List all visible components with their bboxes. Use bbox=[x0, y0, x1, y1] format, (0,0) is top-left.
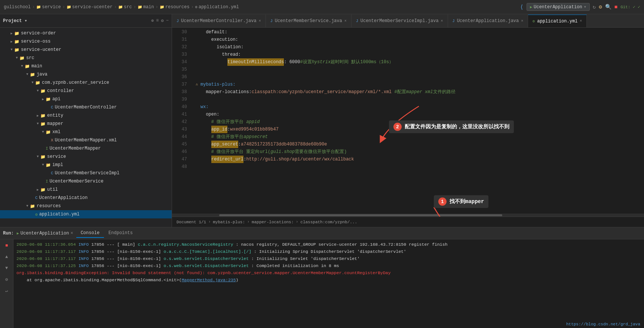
sidebar-item-java[interactable]: ▼ 📁 java bbox=[0, 70, 172, 79]
item-label: UcenterMemberMapper.xml bbox=[55, 138, 117, 143]
code-line-35 bbox=[193, 66, 644, 73]
locate-icon[interactable]: ⊕ bbox=[151, 18, 154, 24]
tab-UcenterMemberController[interactable]: J UcenterMemberController.java × bbox=[172, 15, 266, 27]
code-line-46: # 微信开放平台 重定向url(guli.shop需要在微信开放平台配置) bbox=[193, 148, 644, 156]
sidebar-item-service-order[interactable]: ▶ 📁 service-order bbox=[0, 29, 172, 37]
sidebar-item-resources[interactable]: ▼ 📁 resources bbox=[0, 202, 172, 210]
wrap-icon[interactable]: ↵ bbox=[3, 286, 11, 295]
tree-arrow-icon: ▼ bbox=[25, 73, 30, 76]
filter-icon[interactable]: ⚙ bbox=[3, 275, 11, 283]
run-body: ■ ▲ ▼ ⚙ ↵ 2020-06-08 11:17:36.054 INFO 1… bbox=[0, 239, 644, 328]
bc-service-ucenter[interactable]: 📁 service-ucenter bbox=[67, 4, 113, 10]
folder-icon: 📁 bbox=[30, 204, 35, 209]
yaml-file-icon: ⚙ bbox=[35, 212, 38, 217]
sidebar-item-UcenterMemberServiceImpl[interactable]: C UcenterMemberServiceImpl bbox=[0, 169, 172, 177]
horizontal-scrollbar[interactable] bbox=[172, 214, 644, 217]
sidebar-item-UcenterMemberMapper[interactable]: I UcenterMemberMapper bbox=[0, 144, 172, 153]
sidebar-item-mapper[interactable]: ▼ 📁 mapper bbox=[0, 120, 172, 128]
sidebar-item-UcenterMemberMapper-xml[interactable]: X UcenterMemberMapper.xml bbox=[0, 136, 172, 144]
sidebar-item-controller[interactable]: ▼ 📁 controller bbox=[0, 87, 172, 95]
sidebar-item-package[interactable]: ▼ 📁 com.yzpnb.ucenter_service bbox=[0, 79, 172, 87]
refresh-icon[interactable]: ↻ bbox=[593, 4, 596, 10]
log-link[interactable]: MapperMethod.java:235 bbox=[182, 278, 236, 282]
sidebar-item-entity[interactable]: ▶ 📁 entity bbox=[0, 111, 172, 120]
collapse-icon[interactable]: ≡ bbox=[156, 18, 159, 24]
run-app-close-icon[interactable]: × bbox=[70, 231, 73, 236]
tab-label: UcenterMemberServiceImpl.java bbox=[361, 18, 439, 24]
hide-icon[interactable]: − bbox=[166, 18, 169, 24]
line-numbers: 30 31 32 33 34 35 36 37 38 39 40 41 42 4… bbox=[172, 28, 190, 217]
run-tab-endpoints[interactable]: Endpoints bbox=[104, 229, 137, 238]
sidebar-item-util[interactable]: ▶ 📁 util bbox=[0, 186, 172, 194]
sidebar-item-service[interactable]: ▼ 📁 service bbox=[0, 153, 172, 161]
run-sidebar: ■ ▲ ▼ ⚙ ↵ bbox=[0, 239, 13, 328]
xml-icon: X bbox=[51, 138, 53, 142]
java-class-icon: C bbox=[35, 196, 38, 200]
build-icon[interactable]: ⚙ bbox=[599, 4, 602, 10]
sidebar-item-xml[interactable]: ▼ 📁 xml bbox=[0, 128, 172, 136]
item-label: service-order bbox=[21, 31, 56, 36]
run-header: Run: ▶ UcenterApplication × Console Endp… bbox=[0, 227, 644, 239]
bc-resources[interactable]: 📁 resources bbox=[160, 4, 190, 10]
item-label: UcenterMemberMapper bbox=[50, 146, 101, 151]
stop-run-icon[interactable]: ■ bbox=[3, 242, 11, 250]
tab-close-icon[interactable]: × bbox=[344, 19, 347, 23]
scroll-up-icon[interactable]: ▲ bbox=[3, 253, 11, 261]
bc-gulischool[interactable]: gulischool bbox=[4, 4, 31, 10]
debug-icon[interactable]: 🔍 bbox=[605, 4, 611, 10]
bc-ucenter-label: service-ucenter bbox=[72, 4, 113, 10]
bc-main[interactable]: 📁 main bbox=[138, 4, 154, 10]
folder-icon: 📁 bbox=[30, 72, 35, 77]
tab-UcenterMemberService[interactable]: J UcenterMemberService.java × bbox=[266, 15, 352, 27]
bc-src[interactable]: 📁 src bbox=[118, 4, 132, 10]
scrollbar-thumb bbox=[219, 214, 502, 216]
settings-icon[interactable]: ⚙ bbox=[161, 18, 164, 24]
sidebar-item-api[interactable]: ▶ 📁 api bbox=[0, 95, 172, 103]
sidebar-item-UcenterMemberController[interactable]: C UcenterMemberController bbox=[0, 103, 172, 111]
status-item3: classpath:com/yzpnb/... bbox=[300, 220, 357, 224]
tree-arrow-icon: ▼ bbox=[9, 48, 14, 52]
folder-icon-4: 📁 bbox=[138, 5, 142, 9]
tab-close-icon[interactable]: × bbox=[441, 19, 443, 23]
sidebar-item-src[interactable]: ▼ 📁 src bbox=[0, 54, 172, 62]
sidebar-item-main[interactable]: ▼ 📁 main bbox=[0, 62, 172, 70]
folder-icon: 📁 bbox=[14, 39, 19, 44]
run-app-name-label: UcenterApplication bbox=[21, 231, 69, 236]
yaml-icon: ⚙ bbox=[195, 5, 197, 9]
sidebar-item-service-oss[interactable]: ▶ 📁 service-oss bbox=[0, 37, 172, 46]
bc-service[interactable]: 📁 service bbox=[36, 4, 61, 10]
sidebar-item-UcenterApplication[interactable]: C UcenterApplication bbox=[0, 194, 172, 202]
run-config-selector[interactable]: ▶ UcenterApplication ▾ bbox=[527, 3, 590, 11]
tab-close-icon[interactable]: × bbox=[521, 19, 523, 23]
code-line-47: redirect_url: http://guli.shop/api/ucent… bbox=[193, 156, 644, 163]
sidebar-item-impl[interactable]: ▼ 📁 impl bbox=[0, 161, 172, 169]
tree-arrow-icon: ▶ bbox=[35, 114, 40, 118]
run-tab-console[interactable]: Console bbox=[76, 229, 104, 238]
code-editor[interactable]: 2 配置文件因为是复制的，这里没改所以找不到 1 找不到mapper bbox=[172, 28, 644, 217]
navigate-icon[interactable]: ⟨ bbox=[520, 3, 524, 11]
sidebar-item-application-yml[interactable]: ⚙ application.yml bbox=[0, 210, 172, 218]
code-line-37: ⚠ mybatis-plus: bbox=[193, 81, 644, 88]
tab-UcenterMemberServiceImpl[interactable]: J UcenterMemberServiceImpl.java × bbox=[352, 15, 448, 27]
sidebar-tree: ▶ 📁 service-order ▶ 📁 service-oss ▼ 📁 se… bbox=[0, 28, 172, 227]
scroll-down-icon[interactable]: ▼ bbox=[3, 264, 11, 272]
bc-appyml[interactable]: ⚙ application.yml bbox=[195, 4, 239, 10]
status-bar: Document 1/1 › mybatis-plus: › mapper-lo… bbox=[172, 217, 644, 227]
sidebar-item-service-ucenter[interactable]: ▼ 📁 service-ucenter bbox=[0, 46, 172, 54]
bc-resources-label: resources bbox=[165, 4, 190, 10]
tab-UcenterApplication[interactable]: J UcenterApplication.java × bbox=[448, 15, 528, 27]
stop-icon[interactable]: ■ bbox=[614, 4, 617, 10]
run-config-name: UcenterApplication bbox=[534, 4, 582, 10]
editor-area: J UcenterMemberController.java × J Ucent… bbox=[172, 14, 644, 227]
folder-icon: 📁 bbox=[40, 187, 46, 192]
java-tab-icon: J bbox=[356, 19, 358, 23]
url-text: https://blog.csdn.net/grd_java bbox=[566, 322, 640, 327]
item-label: util bbox=[47, 187, 58, 192]
tab-close-icon[interactable]: × bbox=[580, 19, 582, 23]
item-label: com.yzpnb.ucenter_service bbox=[42, 80, 109, 85]
tab-application-yml[interactable]: ⚙ application.yml × bbox=[528, 15, 587, 27]
folder-icon: 📁 bbox=[25, 64, 30, 69]
tab-close-icon[interactable]: × bbox=[259, 19, 261, 23]
log-area[interactable]: 2020-06-08 11:17:36.054 INFO 17856 --- [… bbox=[13, 239, 644, 328]
sidebar-item-UcenterMemberService[interactable]: I UcenterMemberService bbox=[0, 177, 172, 186]
